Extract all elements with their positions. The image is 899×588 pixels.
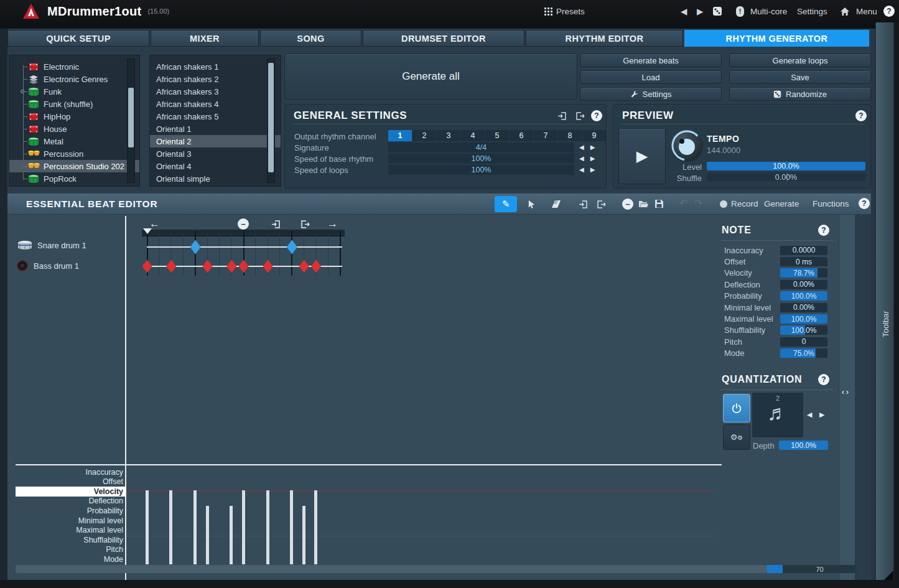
paste-bar-icon[interactable] — [271, 219, 282, 230]
tab-rhythm-generator[interactable]: RHYTHM GENERATOR — [684, 30, 869, 47]
lane-param-velocity[interactable]: Velocity — [16, 487, 126, 497]
zoom-slider-thumb[interactable] — [766, 565, 783, 573]
note-row-slider[interactable]: 0 — [780, 337, 827, 347]
channel-2[interactable]: 2 — [412, 130, 436, 141]
functions-button[interactable]: Functions — [813, 199, 849, 208]
lane-param-offset[interactable]: Offset — [16, 477, 126, 487]
preset-item[interactable]: Oriental 1 — [150, 123, 281, 135]
lane-param-shufflability[interactable]: Shufflability — [16, 535, 126, 545]
random-preset-button[interactable] — [712, 0, 722, 22]
category-scrollbar[interactable] — [127, 58, 135, 183]
note-red[interactable] — [299, 260, 309, 273]
note-row-slider[interactable]: 0.0000 — [780, 246, 827, 255]
previous-preset-button[interactable]: ◀ — [681, 0, 687, 22]
next-preset-button[interactable]: ▶ — [697, 0, 703, 22]
quantization-note-display[interactable]: 2 ♬ — [752, 393, 803, 437]
channel-7[interactable]: 7 — [534, 130, 557, 141]
alert-icon[interactable]: ! — [736, 0, 744, 22]
preset-item[interactable]: Oriental simple — [150, 172, 281, 185]
category-item[interactable]: Percussion — [9, 147, 139, 160]
velocity-bar-step-4[interactable] — [193, 490, 197, 564]
lane-param-probability[interactable]: Probability — [16, 506, 126, 516]
remove-bar-icon[interactable]: – — [238, 218, 249, 230]
menu-button[interactable]: Menu — [856, 0, 877, 22]
horizontal-scrollbar[interactable]: 70 — [16, 565, 857, 573]
channel-9[interactable]: 9 — [582, 130, 606, 141]
home-icon[interactable] — [840, 0, 850, 22]
note-red[interactable] — [311, 260, 321, 273]
undo-icon[interactable]: ↶ — [679, 197, 687, 209]
setting-value-slider[interactable]: 100% — [388, 154, 574, 164]
tempo-value[interactable]: 144.0000 — [707, 146, 740, 155]
shuffle-slider[interactable]: 0.00% — [707, 173, 865, 181]
paste-rhythm-icon[interactable] — [579, 199, 589, 210]
generate-loops-button[interactable]: Generate loops — [729, 54, 871, 67]
horizontal-scrollbar-thumb[interactable] — [16, 565, 766, 573]
quantization-help-icon[interactable]: ? — [818, 374, 829, 385]
velocity-bar-step-14[interactable] — [314, 490, 317, 564]
quantization-prev-icon[interactable]: ◀ — [807, 411, 812, 419]
open-folder-icon[interactable] — [638, 199, 649, 210]
preset-scrollbar-thumb[interactable] — [268, 63, 274, 172]
level-slider[interactable]: 100.0% — [707, 162, 865, 170]
lane-param-pitch[interactable]: Pitch — [16, 544, 126, 554]
note-row-slider[interactable]: 75.0% — [780, 348, 827, 358]
preset-item[interactable]: Oriental 2 — [150, 135, 281, 147]
velocity-bar-step-0[interactable] — [146, 490, 149, 564]
scroll-right-icon[interactable]: → — [327, 218, 338, 230]
record-icon[interactable] — [720, 200, 727, 208]
note-blue[interactable] — [190, 240, 201, 254]
velocity-bar-step-10[interactable] — [266, 490, 269, 564]
clear-icon[interactable]: – — [622, 198, 633, 210]
step-down-icon[interactable]: ◀ — [579, 155, 590, 162]
stepper-arrows[interactable]: ◀▶ — [579, 155, 601, 162]
note-row-slider[interactable]: 0.00% — [780, 280, 827, 289]
panel-collapse-handle[interactable]: ‹› — [842, 388, 850, 396]
generate-button[interactable]: Generate — [764, 199, 799, 208]
preset-item[interactable]: Oriental 4 — [150, 160, 281, 172]
channel-4[interactable]: 4 — [461, 130, 485, 141]
note-row-slider[interactable]: 100.0% — [780, 314, 827, 324]
step-up-icon[interactable]: ▶ — [590, 155, 602, 162]
category-item[interactable]: PopRock — [9, 172, 139, 185]
note-red[interactable] — [166, 260, 176, 273]
presets-button[interactable]: Presets — [544, 0, 585, 22]
tempo-knob[interactable] — [671, 129, 703, 162]
multicore-button[interactable]: Multi-core — [750, 0, 787, 22]
preset-item[interactable]: African shakers 2 — [150, 73, 281, 85]
pencil-tool-button[interactable]: ✎ — [495, 196, 517, 212]
step-up-icon[interactable]: ▶ — [590, 144, 602, 151]
toolbar-sidebar[interactable]: Toolbar — [875, 22, 894, 580]
depth-slider[interactable]: 100.0% — [779, 441, 828, 450]
setting-value-slider[interactable]: 100% — [388, 165, 574, 175]
step-down-icon[interactable]: ◀ — [579, 144, 590, 151]
generate-beats-button[interactable]: Generate beats — [580, 54, 722, 67]
lane-param-maximal-level[interactable]: Maximal level — [16, 525, 126, 535]
note-row-slider[interactable]: 100.0% — [780, 291, 827, 301]
paste-icon[interactable] — [557, 111, 568, 121]
select-tool-button[interactable] — [520, 196, 543, 212]
copy-bar-icon[interactable] — [300, 219, 310, 230]
general-settings-help-icon[interactable]: ? — [591, 110, 602, 121]
lane-param-mode[interactable]: Mode — [16, 554, 126, 564]
redo-icon[interactable]: ↷ — [694, 197, 702, 209]
category-scrollbar-thumb[interactable] — [128, 88, 134, 147]
category-item[interactable]: Electronic — [9, 60, 139, 73]
help-icon[interactable]: ? — [883, 0, 895, 22]
category-item[interactable]: HipHop — [9, 110, 139, 123]
note-red[interactable] — [239, 260, 249, 273]
load-button[interactable]: Load — [580, 70, 722, 84]
category-item[interactable]: Metal — [9, 135, 139, 147]
lane-param-deflection[interactable]: Deflection — [16, 497, 126, 506]
channel-8[interactable]: 8 — [558, 130, 582, 141]
settings-menu-button[interactable]: Settings — [797, 0, 827, 22]
stepper-arrows[interactable]: ◀▶ — [579, 166, 601, 173]
note-blue[interactable] — [287, 240, 297, 254]
save-button[interactable]: Save — [729, 70, 871, 84]
copy-rhythm-icon[interactable] — [596, 199, 607, 210]
preview-help-icon[interactable]: ? — [855, 110, 867, 121]
note-red[interactable] — [142, 260, 152, 273]
category-item[interactable]: House — [9, 123, 139, 135]
tab-mixer[interactable]: MIXER — [151, 30, 259, 47]
quantization-settings-button[interactable]: ⚙⚙ — [723, 424, 750, 450]
